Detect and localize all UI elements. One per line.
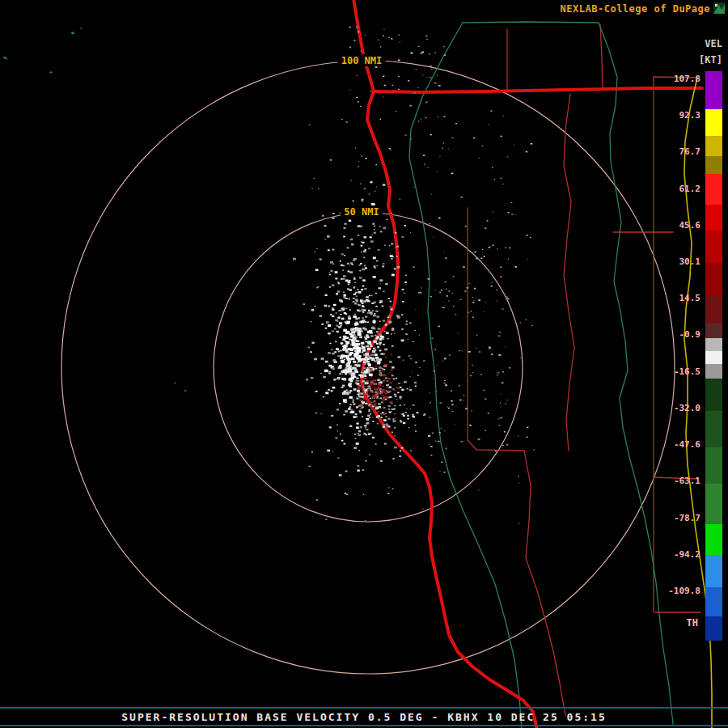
colorbar-segment	[705, 379, 722, 411]
cod-logo-icon	[713, 2, 725, 14]
radar-echoes	[3, 26, 535, 524]
colorbar-segment	[705, 263, 722, 295]
range-ring-labels: 50 NMI100 NMI	[338, 54, 386, 218]
colorbar-segment	[705, 71, 722, 109]
colorbar-segment	[705, 411, 722, 447]
colorbar-segment	[705, 136, 722, 156]
legend-units: [KT]	[658, 54, 722, 66]
colorbar-segment	[705, 324, 722, 338]
colorbar-segment	[705, 295, 722, 324]
colorbar-segment	[705, 616, 722, 641]
colorbar-segment	[705, 174, 722, 205]
radar-app: 50 NMI100 NMI NEXLAB-College of DuPage V…	[0, 0, 728, 728]
colorbar-segment	[705, 484, 722, 524]
colorbar-segment	[705, 524, 722, 555]
colorbar-segment	[705, 555, 722, 587]
colorbar-segment	[705, 109, 722, 136]
colorbar-segment	[705, 351, 722, 364]
velocity-colorbar	[705, 71, 722, 641]
colorbar-segment	[705, 338, 722, 351]
colorbar-segment	[705, 587, 722, 616]
radar-map: 50 NMI100 NMI	[0, 0, 728, 728]
legend-threshold-label: TH	[687, 617, 698, 629]
colorbar-segment	[705, 364, 722, 379]
svg-text:50 NMI: 50 NMI	[344, 206, 379, 218]
brand-text: NEXLAB-College of DuPage	[561, 3, 710, 15]
highway-101	[353, 0, 702, 728]
colorbar-segment	[705, 447, 722, 484]
colorbar-segment	[705, 231, 722, 263]
svg-text:100 NMI: 100 NMI	[341, 55, 383, 66]
legend-title: VEL	[658, 38, 722, 49]
colorbar-segment	[705, 156, 722, 174]
rivers-forest-boundaries	[409, 22, 673, 728]
colorbar-segment	[705, 205, 722, 231]
